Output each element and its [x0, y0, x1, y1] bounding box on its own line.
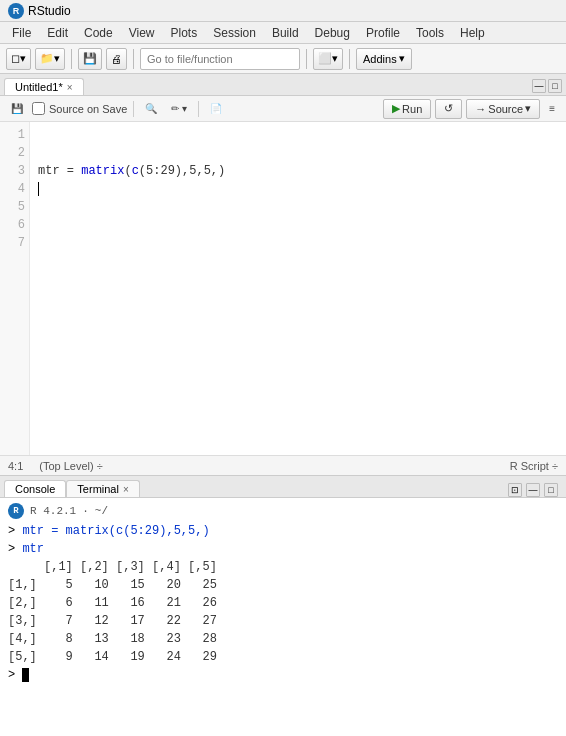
editor-toolbar-sep1 [133, 101, 134, 117]
terminal-tab-close[interactable]: × [123, 484, 129, 495]
menu-code[interactable]: Code [76, 24, 121, 42]
console-minimize-button[interactable]: — [526, 483, 540, 497]
menu-session[interactable]: Session [205, 24, 264, 42]
menu-debug[interactable]: Debug [307, 24, 358, 42]
find-button[interactable]: 🔍 [140, 99, 162, 119]
menu-tools[interactable]: Tools [408, 24, 452, 42]
console-content[interactable]: R R 4.2.1 · ~/ > mtr = matrix(c(5:29),5,… [0, 498, 566, 736]
editor-maximize-button[interactable]: □ [548, 79, 562, 93]
open-file-button[interactable]: 📁▾ [35, 48, 65, 70]
r-badge: R [8, 503, 24, 519]
run-button[interactable]: ▶ ▶ RunRun [383, 99, 431, 119]
r-version: R 4.2.1 [30, 502, 76, 520]
console-tab-bar: Console Terminal × ⊡ — □ [0, 476, 566, 498]
menu-edit[interactable]: Edit [39, 24, 76, 42]
console-command-2: > mtr [8, 540, 558, 558]
code-line-4 [38, 180, 558, 198]
workspace-button[interactable]: ⬜▾ [313, 48, 343, 70]
code-line-6 [38, 216, 558, 234]
toolbar-separator-1 [71, 49, 72, 69]
editor-minimize-button[interactable]: — [532, 79, 546, 93]
source-on-save-label: Source on Save [49, 103, 127, 115]
main-toolbar: ◻▾ 📁▾ 💾 🖨 ⬜▾ Addins ▾ [0, 44, 566, 74]
title-bar: R RStudio [0, 0, 566, 22]
console-cursor [22, 668, 29, 682]
new-file-button[interactable]: ◻▾ [6, 48, 31, 70]
addins-button[interactable]: Addins ▾ [356, 48, 412, 70]
editor-status-bar: 4:1 (Top Level) ÷ R Script ÷ [0, 455, 566, 475]
rerun-button[interactable]: ↺ [435, 99, 462, 119]
code-line-5 [38, 198, 558, 216]
source-button[interactable]: → Source ▾ [466, 99, 540, 119]
console-maximize-button[interactable]: □ [544, 483, 558, 497]
code-line-3: mtr = matrix(c(5:29),5,5,) [38, 162, 558, 180]
file-type[interactable]: R Script ÷ [510, 460, 558, 472]
app-icon: R [8, 3, 24, 19]
console-output-row-4: [4,] 8 13 18 23 28 [8, 630, 558, 648]
tab-terminal[interactable]: Terminal × [66, 480, 139, 497]
console-prompt-line[interactable]: > [8, 666, 558, 684]
menu-file[interactable]: File [4, 24, 39, 42]
menu-profile[interactable]: Profile [358, 24, 408, 42]
console-header: R R 4.2.1 · ~/ [8, 502, 558, 520]
toolbar-separator-3 [306, 49, 307, 69]
editor-content[interactable]: 1 2 3 4 5 6 7 mtr = matrix(c(5:29),5,5,) [0, 122, 566, 455]
editor-pane: Untitled1* × — □ 💾 Source on Save 🔍 ✏ ▾ … [0, 74, 566, 476]
tab-console[interactable]: Console [4, 480, 66, 497]
code-line-1 [38, 126, 558, 144]
console-output-row-1: [1,] 5 10 15 20 25 [8, 576, 558, 594]
console-clear-button[interactable]: ⊡ [508, 483, 522, 497]
console-output-row-5: [5,] 9 14 19 24 29 [8, 648, 558, 666]
editor-tab-bar: Untitled1* × — □ [0, 74, 566, 96]
editor-tab-label: Untitled1* [15, 81, 63, 93]
console-pane: Console Terminal × ⊡ — □ R R 4.2.1 · ~/ … [0, 476, 566, 736]
code-line-7 [38, 234, 558, 252]
menu-view[interactable]: View [121, 24, 163, 42]
source-on-save-checkbox[interactable] [32, 102, 45, 115]
source-label: Source [488, 103, 523, 115]
code-editor[interactable]: mtr = matrix(c(5:29),5,5,) [30, 122, 566, 455]
editor-tab-close[interactable]: × [67, 82, 73, 93]
cursor-position: 4:1 [8, 460, 23, 472]
print-button[interactable]: 🖨 [106, 48, 127, 70]
editor-expand-button[interactable]: ≡ [544, 99, 560, 119]
working-directory: ~/ [95, 502, 108, 520]
code-level: (Top Level) ÷ [39, 460, 103, 472]
text-cursor [38, 182, 39, 196]
console-output-row-3: [3,] 7 12 17 22 27 [8, 612, 558, 630]
menu-build[interactable]: Build [264, 24, 307, 42]
editor-toolbar-sep2 [198, 101, 199, 117]
app-title: RStudio [28, 4, 71, 18]
menu-plots[interactable]: Plots [163, 24, 206, 42]
goto-file-input[interactable] [140, 48, 300, 70]
menu-bar: File Edit Code View Plots Session Build … [0, 22, 566, 44]
menu-help[interactable]: Help [452, 24, 493, 42]
terminal-tab-label: Terminal [77, 483, 119, 495]
save-button[interactable]: 💾 [78, 48, 102, 70]
editor-save-button[interactable]: 💾 [6, 99, 28, 119]
editor-toolbar: 💾 Source on Save 🔍 ✏ ▾ 📄 ▶ ▶ RunRun ↺ → … [0, 96, 566, 122]
console-tab-label: Console [15, 483, 55, 495]
line-numbers: 1 2 3 4 5 6 7 [0, 122, 30, 455]
console-controls: ⊡ — □ [504, 483, 562, 497]
console-command-1: > mtr = matrix(c(5:29),5,5,) [8, 522, 558, 540]
code-tools-button[interactable]: ✏ ▾ [166, 99, 192, 119]
compile-notebook-button[interactable]: 📄 [205, 99, 227, 119]
main-area: Untitled1* × — □ 💾 Source on Save 🔍 ✏ ▾ … [0, 74, 566, 736]
editor-tab-untitled1[interactable]: Untitled1* × [4, 78, 84, 95]
toolbar-separator-4 [349, 49, 350, 69]
code-line-2 [38, 144, 558, 162]
toolbar-separator-2 [133, 49, 134, 69]
console-output-row-2: [2,] 6 11 16 21 26 [8, 594, 558, 612]
console-output-header: [,1] [,2] [,3] [,4] [,5] [8, 558, 558, 576]
